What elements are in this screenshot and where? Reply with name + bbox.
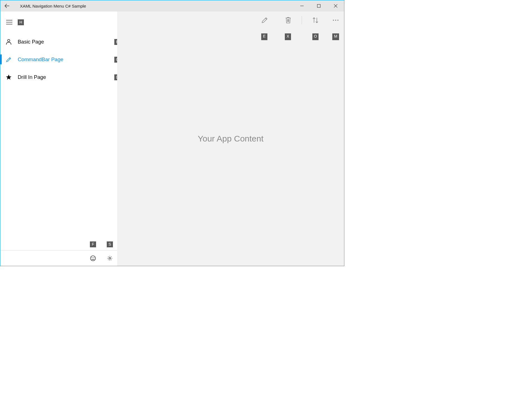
close-button[interactable] (327, 0, 344, 12)
keytip-feedback: F (90, 241, 96, 247)
svg-point-2 (90, 256, 96, 261)
star-icon (5, 74, 12, 81)
nav-item-label: Drill In Page (18, 74, 46, 80)
nav-item-label: Basic Page (18, 39, 44, 45)
nav-pane: H Basic Page B (0, 12, 117, 266)
svg-point-3 (92, 257, 92, 257)
nav-header: H (0, 12, 117, 33)
titlebar: XAML Navigation Menu C# Sample (0, 0, 344, 12)
nav-item-label: CommandBar Page (18, 56, 63, 63)
window-controls (294, 0, 344, 12)
minimize-icon (300, 4, 304, 8)
content-pane: E X O M Your App Content (117, 12, 344, 266)
svg-rect-0 (317, 4, 320, 8)
hamburger-icon (6, 20, 12, 24)
nav-list: Basic Page B CommandBar Page C (0, 33, 117, 86)
content-body: Your App Content (117, 12, 344, 266)
hamburger-button[interactable] (5, 18, 13, 26)
content-placeholder: Your App Content (198, 134, 263, 143)
svg-point-5 (109, 257, 111, 259)
nav-item-commandbar[interactable]: CommandBar Page C (0, 51, 117, 68)
maximize-button[interactable] (310, 0, 327, 12)
nav-item-drillin[interactable]: Drill In Page D (0, 68, 117, 86)
close-icon (334, 4, 337, 8)
nav-item-basic[interactable]: Basic Page B (0, 33, 117, 51)
keytip-settings: S (107, 241, 113, 247)
back-button[interactable] (0, 0, 14, 12)
maximize-icon (317, 4, 320, 8)
person-icon (5, 38, 12, 45)
keytip-hamburger: H (18, 19, 24, 25)
feedback-button[interactable] (90, 255, 96, 262)
smiley-icon (90, 255, 96, 261)
nav-footer (0, 250, 117, 266)
nav-bottom-keytips: F S (90, 241, 117, 247)
edit-icon (5, 56, 12, 63)
gear-icon (107, 255, 113, 261)
app-body: H Basic Page B (0, 12, 344, 266)
app-window: XAML Navigation Menu C# Sample (0, 0, 344, 266)
svg-point-4 (94, 257, 94, 257)
arrow-left-icon (4, 3, 10, 8)
settings-button[interactable] (106, 255, 113, 262)
svg-point-1 (8, 39, 10, 42)
minimize-button[interactable] (294, 0, 310, 12)
window-title: XAML Navigation Menu C# Sample (20, 4, 86, 8)
